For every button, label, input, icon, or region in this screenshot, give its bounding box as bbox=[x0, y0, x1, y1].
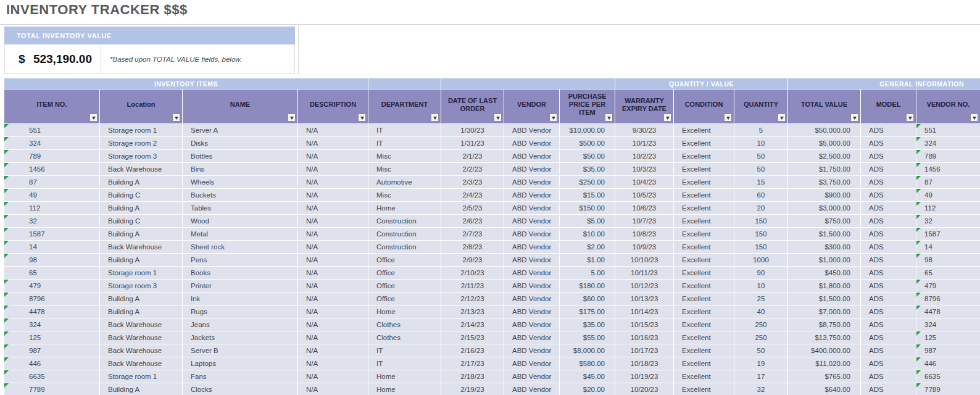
cell-date-of-last-order[interactable]: 2/11/23 bbox=[441, 280, 504, 292]
cell-item-no[interactable]: 1456 bbox=[4, 163, 100, 175]
cell-location[interactable]: Back Warehouse bbox=[100, 318, 183, 331]
cell-warranty-expiry-date[interactable]: 10/4/23 bbox=[615, 176, 674, 188]
cell-warranty-expiry-date[interactable]: 10/2/23 bbox=[615, 150, 674, 162]
cell-name[interactable]: Laptops bbox=[183, 357, 298, 370]
cell-department[interactable]: Clothes bbox=[368, 331, 441, 344]
cell-model[interactable]: ADS bbox=[861, 280, 916, 292]
cell-condition[interactable]: Excellent bbox=[674, 228, 734, 240]
cell-name[interactable]: Jeans bbox=[183, 318, 298, 331]
column-header-total-value[interactable]: TOTAL VALUE bbox=[788, 89, 861, 123]
filter-button[interactable] bbox=[850, 114, 858, 122]
column-header-model[interactable]: MODEL bbox=[861, 89, 916, 123]
cell-location[interactable]: Building A bbox=[100, 383, 183, 395]
cell-date-of-last-order[interactable]: 2/3/23 bbox=[441, 176, 504, 188]
cell-location[interactable]: Storage room 3 bbox=[100, 150, 183, 162]
cell-date-of-last-order[interactable]: 2/19/23 bbox=[441, 383, 504, 395]
cell-condition[interactable]: Excellent bbox=[674, 163, 734, 175]
cell-vendor-no[interactable]: 551 bbox=[916, 124, 980, 136]
cell-model[interactable]: ADS bbox=[861, 254, 916, 266]
cell-purchase-price-per-item[interactable]: $55.00 bbox=[560, 331, 615, 344]
cell-vendor[interactable]: ABD Vendor bbox=[504, 241, 560, 253]
cell-quantity[interactable]: 250 bbox=[734, 331, 788, 344]
cell-model[interactable]: ADS bbox=[861, 383, 916, 395]
filter-button[interactable] bbox=[288, 114, 296, 122]
cell-vendor-no[interactable]: 1587 bbox=[916, 228, 980, 240]
cell-vendor-no[interactable]: 125 bbox=[916, 331, 980, 344]
filter-button[interactable] bbox=[431, 114, 439, 122]
cell-date-of-last-order[interactable]: 2/8/23 bbox=[441, 241, 504, 253]
cell-warranty-expiry-date[interactable]: 10/14/23 bbox=[615, 306, 674, 318]
filter-button[interactable] bbox=[89, 114, 98, 122]
cell-warranty-expiry-date[interactable]: 10/20/23 bbox=[615, 383, 674, 395]
cell-purchase-price-per-item[interactable]: $50.00 bbox=[560, 150, 615, 162]
cell-vendor[interactable]: ABD Vendor bbox=[504, 267, 560, 279]
cell-item-no[interactable]: 479 bbox=[4, 280, 100, 292]
cell-vendor[interactable]: ABD Vendor bbox=[504, 357, 560, 370]
cell-quantity[interactable]: 19 bbox=[734, 357, 788, 370]
cell-total-value[interactable]: $8,750.00 bbox=[788, 318, 861, 331]
cell-condition[interactable]: Excellent bbox=[674, 202, 734, 214]
cell-item-no[interactable]: 14 bbox=[4, 241, 100, 253]
cell-vendor[interactable]: ABD Vendor bbox=[504, 318, 560, 331]
cell-total-value[interactable]: $450.00 bbox=[788, 267, 861, 279]
column-header-description[interactable]: DESCRIPTION bbox=[298, 89, 368, 123]
cell-purchase-price-per-item[interactable]: $45.00 bbox=[560, 370, 615, 383]
cell-vendor[interactable]: ABD Vendor bbox=[504, 137, 560, 149]
cell-date-of-last-order[interactable]: 2/4/23 bbox=[441, 189, 504, 201]
cell-vendor[interactable]: ABD Vendor bbox=[504, 124, 560, 136]
column-header-department[interactable]: DEPARTMENT bbox=[368, 89, 441, 123]
cell-condition[interactable]: Excellent bbox=[674, 383, 734, 395]
cell-department[interactable]: Automotive bbox=[368, 176, 441, 188]
cell-purchase-price-per-item[interactable]: $580.00 bbox=[560, 357, 615, 370]
cell-condition[interactable]: Excellent bbox=[674, 280, 734, 292]
cell-date-of-last-order[interactable]: 2/12/23 bbox=[441, 293, 504, 305]
cell-name[interactable]: Server B bbox=[183, 344, 298, 357]
cell-model[interactable]: ADS bbox=[861, 241, 916, 253]
cell-location[interactable]: Storage room 1 bbox=[100, 370, 183, 383]
cell-warranty-expiry-date[interactable]: 10/17/23 bbox=[615, 344, 674, 357]
cell-item-no[interactable]: 1587 bbox=[4, 228, 100, 240]
cell-department[interactable]: Home bbox=[368, 202, 441, 214]
filter-button[interactable] bbox=[172, 114, 180, 122]
cell-purchase-price-per-item[interactable]: $35.00 bbox=[560, 163, 615, 175]
cell-total-value[interactable]: $3,000.00 bbox=[788, 202, 861, 214]
cell-name[interactable]: Jackets bbox=[183, 331, 298, 344]
cell-condition[interactable]: Excellent bbox=[674, 254, 734, 266]
cell-description[interactable]: N/A bbox=[298, 241, 368, 253]
cell-warranty-expiry-date[interactable]: 10/12/23 bbox=[615, 280, 674, 292]
filter-button[interactable] bbox=[663, 114, 671, 122]
cell-description[interactable]: N/A bbox=[298, 124, 368, 136]
cell-purchase-price-per-item[interactable]: $35.00 bbox=[560, 318, 615, 331]
cell-warranty-expiry-date[interactable]: 9/30/23 bbox=[615, 124, 674, 136]
cell-model[interactable]: ADS bbox=[861, 331, 916, 344]
cell-vendor[interactable]: ABD Vendor bbox=[504, 306, 560, 318]
cell-model[interactable]: ADS bbox=[861, 306, 916, 318]
cell-warranty-expiry-date[interactable]: 10/7/23 bbox=[615, 215, 674, 227]
cell-item-no[interactable]: 324 bbox=[4, 318, 100, 331]
cell-item-no[interactable]: 65 bbox=[4, 267, 100, 279]
cell-warranty-expiry-date[interactable]: 10/3/23 bbox=[615, 163, 674, 175]
cell-vendor[interactable]: ABD Vendor bbox=[504, 254, 560, 266]
cell-total-value[interactable]: $900.00 bbox=[788, 189, 861, 201]
cell-department[interactable]: Office bbox=[368, 267, 441, 279]
cell-description[interactable]: N/A bbox=[298, 267, 368, 279]
cell-vendor[interactable]: ABD Vendor bbox=[504, 331, 560, 344]
column-header-quantity[interactable]: QUANTITY bbox=[734, 89, 788, 123]
cell-date-of-last-order[interactable]: 2/10/23 bbox=[441, 267, 504, 279]
cell-vendor-no[interactable]: 112 bbox=[916, 202, 980, 214]
cell-vendor[interactable]: ABD Vendor bbox=[504, 280, 560, 292]
cell-warranty-expiry-date[interactable]: 10/1/23 bbox=[615, 137, 674, 149]
cell-quantity[interactable]: 20 bbox=[734, 202, 788, 214]
cell-item-no[interactable]: 32 bbox=[4, 215, 100, 227]
cell-quantity[interactable]: 150 bbox=[734, 241, 788, 253]
column-header-vendor[interactable]: VENDOR bbox=[504, 89, 560, 123]
cell-purchase-price-per-item[interactable]: $8,000.00 bbox=[560, 344, 615, 357]
cell-purchase-price-per-item[interactable]: $15.00 bbox=[560, 189, 615, 201]
cell-date-of-last-order[interactable]: 2/17/23 bbox=[441, 357, 504, 370]
cell-location[interactable]: Building C bbox=[100, 215, 183, 227]
cell-department[interactable]: Home bbox=[368, 383, 441, 395]
cell-description[interactable]: N/A bbox=[298, 357, 368, 370]
cell-quantity[interactable]: 5 bbox=[734, 124, 788, 136]
cell-name[interactable]: Server A bbox=[183, 124, 298, 136]
cell-item-no[interactable]: 446 bbox=[4, 357, 100, 370]
